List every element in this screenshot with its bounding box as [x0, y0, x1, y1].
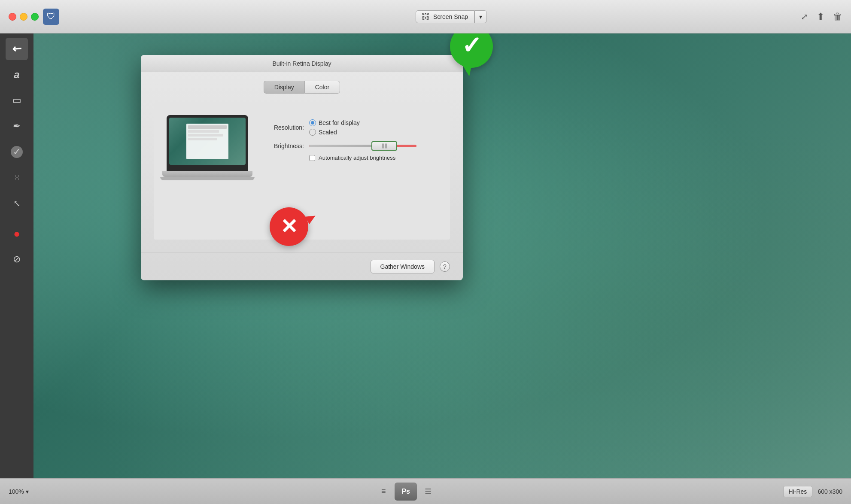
trash-icon[interactable]: 🗑: [833, 11, 842, 22]
auto-brightness-checkbox[interactable]: [309, 155, 315, 161]
rect-tool-icon: ▭: [12, 95, 21, 106]
tab-color[interactable]: Color: [304, 81, 340, 94]
arrow-tool-icon: ↗: [9, 41, 25, 57]
check-mark-icon: ✓: [462, 33, 482, 58]
laptop-screen-body: [167, 115, 248, 171]
scaled-label: Scaled: [319, 129, 337, 136]
sidebar-tool-stamp[interactable]: ✓: [6, 141, 28, 163]
main-area: ↗ a ▭ ✒ ✓ ⁙ ⤡ ● ⊘: [0, 33, 851, 478]
sidebar-tool-pen[interactable]: ✒: [6, 115, 28, 137]
screen-snap-control: Screen Snap ▾: [416, 10, 487, 23]
red-circle: ✕: [270, 207, 308, 246]
dimensions-text: 600 x300: [818, 488, 842, 495]
screen-snap-dropdown-button[interactable]: ▾: [474, 10, 487, 23]
sidebar-tool-resize[interactable]: ⤡: [6, 192, 28, 215]
stamp-tool-icon: ✓: [11, 146, 23, 158]
title-bar: 🛡 Skitch Screen Snap ▾ ⤢ ⬆ 🗑: [0, 0, 851, 33]
laptop-screen-content: [186, 124, 228, 159]
laptop: [167, 115, 252, 186]
color-tool-icon: ●: [13, 227, 20, 240]
best-for-display-option[interactable]: Best for display: [309, 119, 360, 126]
grid-icon: ☰: [425, 487, 432, 496]
sidebar-tool-rect[interactable]: ▭: [6, 89, 28, 112]
bottom-tab-list[interactable]: ≡: [372, 483, 395, 501]
resolution-label: Resolution:: [265, 124, 304, 131]
close-button[interactable]: [9, 13, 16, 21]
list-icon: ≡: [381, 487, 386, 496]
check-annotation-tail: [463, 66, 471, 76]
sidebar-tool-pixelate[interactable]: ⁙: [6, 167, 28, 189]
slider-grip-2: [385, 143, 387, 149]
pixelate-tool-icon: ⁙: [14, 173, 20, 182]
gather-windows-button[interactable]: Gather Windows: [371, 260, 435, 273]
canvas-icon: Ps: [401, 488, 410, 495]
resolution-radio-group: Best for display Scaled: [309, 119, 360, 136]
bottom-tab-grid[interactable]: ☰: [417, 483, 439, 501]
laptop-bottom: [160, 177, 255, 180]
auto-brightness-row: Automatically adjust brightness: [309, 155, 437, 161]
tab-display[interactable]: Display: [264, 81, 304, 94]
slider-thumb[interactable]: [371, 141, 397, 151]
sidebar-tool-arrow[interactable]: ↗: [6, 38, 28, 60]
scaled-radio[interactable]: [309, 129, 316, 136]
resolution-row: Resolution: Best for display Scaled: [265, 119, 437, 136]
red-x-annotation: ✕: [270, 207, 308, 246]
help-icon: ?: [443, 263, 447, 270]
slider-grip: [382, 143, 384, 149]
text-tool-icon: a: [14, 69, 19, 81]
screen-snap-label: Screen Snap: [433, 13, 468, 20]
help-button[interactable]: ?: [440, 261, 450, 272]
screen-snap-icon: [422, 13, 429, 20]
sidebar-tool-slash[interactable]: ⊘: [6, 248, 28, 270]
green-check-wrapper: ✓: [450, 33, 493, 68]
laptop-illustration: [167, 115, 252, 227]
resize-tool-icon: ⤡: [13, 198, 21, 209]
canvas-area: ✓ Built-in Retina Display Display Color: [33, 33, 851, 478]
bottom-tab-canvas[interactable]: Ps: [395, 483, 417, 501]
dialog-title: Built-in Retina Display: [273, 60, 331, 67]
title-bar-right: ⤢ ⬆ 🗑: [801, 11, 842, 22]
sidebar-tool-color[interactable]: ●: [6, 222, 28, 245]
tabs-container: Display Color: [154, 81, 450, 94]
x-mark-icon: ✕: [280, 216, 298, 237]
title-bar-left: 🛡: [9, 9, 59, 25]
zoom-level: 100%: [9, 488, 24, 495]
dialog-titlebar: Built-in Retina Display: [141, 55, 463, 72]
best-display-radio[interactable]: [309, 119, 316, 126]
best-display-label: Best for display: [319, 119, 360, 126]
screen-snap-button[interactable]: Screen Snap: [416, 10, 474, 23]
sidebar: ↗ a ▭ ✒ ✓ ⁙ ⤡ ● ⊘: [0, 33, 33, 478]
bottom-tabs: ≡ Ps ☰: [372, 483, 439, 501]
green-check-annotation: ✓: [450, 33, 493, 68]
laptop-screen: [169, 118, 246, 165]
app-icon: 🛡: [43, 9, 59, 25]
hires-badge: Hi-Res: [783, 486, 813, 497]
slash-tool-icon: ⊘: [13, 254, 21, 265]
laptop-base: [162, 171, 252, 177]
dialog-body: Display Color: [141, 72, 463, 252]
green-circle: ✓: [450, 33, 493, 68]
red-x-wrapper: ✕: [270, 207, 308, 246]
display-preferences-dialog: ✓ Built-in Retina Display Display Color: [141, 55, 463, 280]
pen-tool-icon: ✒: [13, 121, 21, 132]
share-icon[interactable]: ⬆: [817, 11, 824, 22]
maximize-button[interactable]: [31, 13, 39, 21]
auto-brightness-label: Automatically adjust brightness: [319, 155, 395, 161]
sidebar-tool-text[interactable]: a: [6, 64, 28, 86]
brightness-slider-track[interactable]: [309, 145, 416, 147]
expand-icon[interactable]: ⤢: [801, 12, 808, 22]
minimize-button[interactable]: [20, 13, 27, 21]
traffic-lights: [9, 13, 39, 21]
zoom-dropdown-icon: ▾: [26, 488, 29, 495]
zoom-control[interactable]: 100% ▾: [9, 488, 29, 495]
scaled-option[interactable]: Scaled: [309, 129, 360, 136]
hires-label: Hi-Res: [789, 488, 807, 495]
status-bar: 100% ▾ ≡ Ps ☰ Hi-Res 600 x300: [0, 478, 851, 504]
brightness-label: Brightness:: [265, 143, 304, 149]
dropdown-arrow-icon: ▾: [479, 13, 482, 20]
dialog-footer: Gather Windows ?: [141, 252, 463, 280]
bottom-right: Hi-Res 600 x300: [783, 486, 842, 497]
brightness-row: Brightness:: [265, 143, 437, 149]
